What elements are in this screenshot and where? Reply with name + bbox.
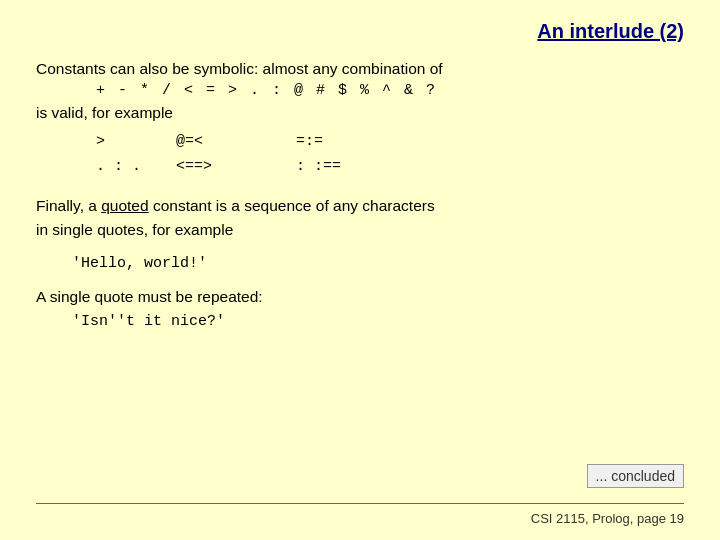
symbolic-chars: + - * / < = > . : @ # $ % ^ & ? bbox=[96, 82, 684, 99]
finally-underline: quoted bbox=[101, 197, 148, 214]
hello-world-code: 'Hello, world!' bbox=[72, 252, 684, 276]
single-quote-intro: A single quote must be repeated: bbox=[36, 288, 684, 306]
example-row2-col2: <==> bbox=[176, 154, 296, 180]
example-row2-col3: : :== bbox=[296, 154, 396, 180]
example-row1-col1: > bbox=[96, 129, 176, 155]
finally-text-suffix: constant is a sequence of any characters bbox=[149, 197, 435, 214]
examples-grid: > @=< =:= . : . <==> : :== bbox=[96, 129, 684, 180]
valid-text: is valid, for example bbox=[36, 101, 684, 124]
intro-line1: Constants can also be symbolic: almost a… bbox=[36, 57, 684, 80]
footer-text: CSI 2115, Prolog, page 19 bbox=[531, 511, 684, 526]
slide-title: An interlude (2) bbox=[36, 20, 684, 43]
example-row1-col3: =:= bbox=[296, 129, 396, 155]
finally-text-prefix: Finally, a bbox=[36, 197, 101, 214]
footer-divider bbox=[36, 503, 684, 504]
single-quote-code: 'Isn''t it nice?' bbox=[72, 310, 684, 334]
finally-line2: in single quotes, for example bbox=[36, 221, 233, 238]
example-row2-col1: . : . bbox=[96, 154, 176, 180]
slide-container: An interlude (2) Constants can also be s… bbox=[0, 0, 720, 540]
concluded-badge: ... concluded bbox=[587, 464, 684, 488]
example-row1-col2: @=< bbox=[176, 129, 296, 155]
finally-section: Finally, a quoted constant is a sequence… bbox=[36, 194, 684, 242]
